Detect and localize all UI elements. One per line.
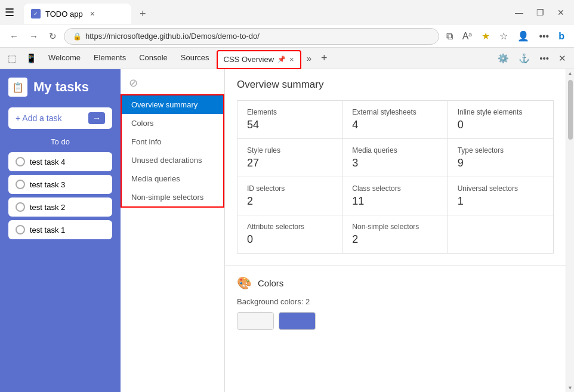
scrollbar-down-button[interactable]: ▼: [566, 384, 575, 392]
bg-colors-label: Background colors: 2: [237, 297, 554, 306]
color-swatches: [237, 312, 554, 330]
nav-icons: ⧉ Aᵃ ★ ☆ 👤 ••• b: [443, 28, 568, 44]
site-title: My tasks: [33, 79, 89, 95]
stat-media-value: 3: [352, 157, 437, 169]
palette-icon: 🎨: [237, 276, 252, 290]
add-tab-button[interactable]: +: [317, 50, 332, 67]
devtools-toolbar: ⬚ 📱 Welcome Elements Console Sources CSS…: [0, 48, 574, 69]
lock-icon: 🔒: [73, 32, 82, 41]
task-item-2[interactable]: test task 3: [8, 175, 112, 194]
browser-chrome: ☰ ✓ TODO app × + — ❐ ✕ ← → ↻ 🔒 https://m…: [0, 0, 574, 69]
tab-console[interactable]: Console: [133, 48, 174, 69]
section-divider: [225, 266, 566, 266]
favorites-menu-button[interactable]: ☆: [496, 28, 511, 44]
profile-button[interactable]: 👤: [514, 28, 533, 44]
add-task-button[interactable]: + Add a task →: [8, 107, 112, 129]
scrollbar-up-button[interactable]: ▲: [566, 69, 575, 78]
colors-section: 🎨 Colors Background colors: 2: [237, 276, 554, 330]
inspect-element-button[interactable]: ⬚: [4, 51, 20, 66]
sidebar-item-colors[interactable]: Colors: [122, 114, 223, 132]
stat-class-label: Class selectors: [352, 184, 437, 193]
sidebar-item-overview[interactable]: Overview summary: [122, 95, 223, 114]
stat-universal-selectors: Universal selectors 1: [448, 177, 553, 215]
stat-type-value: 9: [458, 157, 544, 169]
stat-inline-style: Inline style elements 0: [448, 101, 553, 139]
stat-external-stylesheets: External stylesheets 4: [342, 101, 448, 139]
scrollbar-track: [566, 78, 575, 384]
device-emulation-button[interactable]: 📱: [21, 51, 41, 66]
stat-universal-value: 1: [458, 195, 544, 208]
new-tab-button[interactable]: +: [132, 4, 153, 24]
tab-close-button[interactable]: ×: [88, 8, 97, 20]
stat-style-rules: Style rules 27: [237, 139, 342, 177]
task-checkbox-3[interactable]: [16, 202, 25, 212]
task-item-1[interactable]: test task 4: [8, 152, 112, 171]
add-task-arrow-icon: →: [88, 112, 105, 124]
color-swatch-light[interactable]: [237, 312, 274, 330]
stat-media-queries: Media queries 3: [342, 139, 448, 177]
stat-inline-label: Inline style elements: [458, 108, 544, 116]
more-options-button[interactable]: •••: [535, 28, 553, 44]
stat-attr-label: Attribute selectors: [247, 223, 332, 231]
bing-button[interactable]: b: [555, 28, 568, 44]
back-button[interactable]: ←: [6, 29, 22, 44]
stat-media-label: Media queries: [352, 146, 437, 155]
tab-elements[interactable]: Elements: [88, 48, 132, 69]
stat-id-label: ID selectors: [247, 184, 332, 193]
stat-attr-value: 0: [247, 233, 332, 246]
sidebar-item-media-queries[interactable]: Media queries: [122, 169, 223, 188]
stat-ext-label: External stylesheets: [352, 108, 437, 116]
tab-css-overview[interactable]: CSS Overview 📌 ×: [217, 50, 301, 69]
devtools-sidebar: ⊘ Overview summary Colors Font info Unus…: [121, 69, 225, 392]
task-checkbox-1[interactable]: [16, 157, 25, 166]
sidebar-item-unused-declarations[interactable]: Unused declarations: [122, 151, 223, 169]
task-item-3[interactable]: test task 2: [8, 197, 112, 217]
stat-elements: Elements 54: [237, 101, 342, 139]
stat-universal-label: Universal selectors: [458, 184, 544, 193]
stat-empty-cell: [448, 215, 553, 253]
minimize-button[interactable]: —: [510, 5, 528, 20]
stat-style-rules-label: Style rules: [247, 146, 332, 155]
sidebar-toggle-icon[interactable]: ☰: [5, 6, 14, 19]
tab-favicon: ✓: [31, 9, 41, 18]
stat-attribute-selectors: Attribute selectors 0: [237, 215, 342, 253]
refresh-button[interactable]: ↻: [45, 29, 60, 44]
scrollbar[interactable]: ▲ ▼: [566, 69, 574, 392]
forward-button[interactable]: →: [26, 29, 42, 44]
devtools-connections-button[interactable]: ⚓: [514, 51, 534, 66]
more-tabs-button[interactable]: »: [303, 51, 316, 66]
sidebar-item-font-info[interactable]: Font info: [122, 132, 223, 151]
address-bar[interactable]: 🔒 https://microsoftedge.github.io/Demos/…: [64, 28, 439, 45]
address-text: https://microsoftedge.github.io/Demos/de…: [85, 32, 430, 41]
tab-sources[interactable]: Sources: [175, 48, 215, 69]
stat-nonsimple-value: 2: [352, 233, 437, 246]
sidebar-item-non-simple-selectors[interactable]: Non-simple selectors: [122, 188, 223, 206]
read-mode-button[interactable]: Aᵃ: [459, 28, 476, 44]
title-bar: ☰ ✓ TODO app × + — ❐ ✕: [0, 0, 574, 25]
scrollbar-thumb[interactable]: [568, 80, 573, 140]
devtools-close-button[interactable]: ✕: [554, 51, 570, 66]
task-item-4[interactable]: test task 1: [8, 220, 112, 239]
stat-nonsimple-label: Non-simple selectors: [352, 223, 437, 231]
split-screen-button[interactable]: ⧉: [443, 28, 456, 44]
task-checkbox-4[interactable]: [16, 225, 25, 234]
website-panel: 📋 My tasks + Add a task → To do test tas…: [0, 69, 121, 392]
task-checkbox-2[interactable]: [16, 180, 25, 189]
favorites-button[interactable]: ★: [478, 28, 493, 44]
close-window-button[interactable]: ✕: [553, 5, 569, 20]
devtools-more-button[interactable]: •••: [535, 51, 553, 66]
stat-inline-value: 0: [458, 119, 544, 131]
devtools-settings-button[interactable]: ⚙️: [493, 51, 513, 66]
active-tab[interactable]: ✓ TODO app ×: [24, 4, 131, 24]
stat-type-label: Type selectors: [458, 146, 544, 155]
devtools-right-icons: ⚙️ ⚓ ••• ✕: [493, 51, 570, 66]
stat-type-selectors: Type selectors 9: [448, 139, 553, 177]
add-task-label: + Add a task: [16, 113, 61, 123]
tab-css-close-button[interactable]: ×: [289, 55, 294, 64]
main-content: 📋 My tasks + Add a task → To do test tas…: [0, 69, 574, 392]
tab-welcome[interactable]: Welcome: [42, 48, 87, 69]
sidebar-cancel-icon: ⊘: [121, 72, 224, 94]
color-swatch-blue[interactable]: [279, 312, 316, 330]
maximize-button[interactable]: ❐: [532, 5, 549, 20]
stat-elements-label: Elements: [247, 108, 332, 116]
